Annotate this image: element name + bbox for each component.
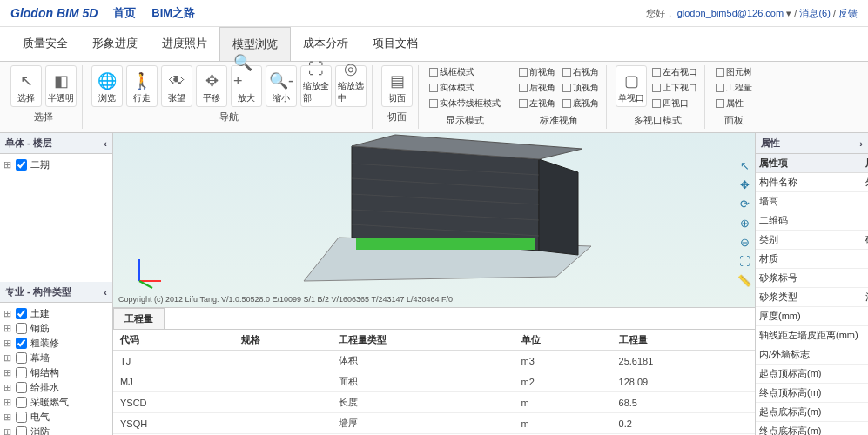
expand-icon[interactable]: ⊞ — [3, 308, 12, 319]
qty-row[interactable]: YSCD长度m68.5 — [113, 392, 755, 413]
expand-icon[interactable]: ⊞ — [3, 159, 12, 171]
tree-checkbox[interactable] — [16, 159, 27, 171]
tree-checkbox[interactable] — [16, 397, 27, 408]
expand-icon[interactable]: ⊞ — [3, 382, 12, 393]
building-model — [269, 133, 600, 298]
collapse-icon[interactable]: › — [859, 138, 863, 149]
section-btn[interactable]: ▤切面 — [381, 65, 413, 107]
tab-5[interactable]: 项目文档 — [360, 27, 430, 61]
vp-pan-icon[interactable]: ✥ — [737, 178, 751, 192]
feedback-link[interactable]: 反馈 — [838, 8, 858, 18]
panel-btn-1[interactable]: 工程量 — [714, 81, 754, 95]
ribbon-group-section: ▤切面 切面 — [376, 65, 419, 129]
tree-item[interactable]: ⊞钢结构 — [3, 365, 109, 380]
nav-btn-7[interactable]: ◎缩放选中 — [335, 65, 367, 107]
vp-select-icon[interactable]: ↖ — [737, 159, 751, 173]
tab-2[interactable]: 进度照片 — [150, 27, 219, 61]
nav-btn-2[interactable]: 👁张望 — [161, 65, 192, 107]
vp-orbit-icon[interactable]: ⟳ — [737, 197, 751, 211]
tree-item[interactable]: ⊞二期 — [3, 157, 109, 172]
tab-4[interactable]: 成本分析 — [291, 27, 360, 61]
ribbon: ↖选择 ◧半透明 选择 🌐浏览🚶行走👁张望✥平移🔍+放大🔍-缩小⛶缩放全部◎缩放… — [0, 62, 868, 133]
tree-item[interactable]: ⊞土建 — [3, 306, 109, 321]
vp-fit-icon[interactable]: ⛶ — [737, 255, 751, 269]
nav-bim-road[interactable]: BIM之路 — [151, 5, 195, 21]
view-btn-a2[interactable]: 左视角 — [517, 97, 557, 110]
mini-icon — [652, 84, 661, 92]
multi-btn-0[interactable]: 左右视口 — [650, 65, 699, 79]
qty-row[interactable]: YSQH墙厚m0.2 — [113, 413, 755, 434]
tree-item[interactable]: ⊞粗装修 — [3, 336, 109, 351]
qty-row[interactable]: MJ面积m2128.09 — [113, 371, 755, 392]
group-label-multi: 多视口模式 — [634, 114, 682, 127]
quantity-table: 代码规格工程量类型单位工程量 TJ体积m325.6181MJ面积m2128.09… — [113, 330, 755, 435]
collapse-icon[interactable]: ‹ — [104, 138, 107, 149]
tree-checkbox[interactable] — [16, 338, 27, 349]
expand-icon[interactable]: ⊞ — [3, 338, 12, 349]
nav-btn-1[interactable]: 🚶行走 — [126, 65, 158, 107]
tree-checkbox[interactable] — [16, 412, 27, 423]
vp-zoomout-icon[interactable]: ⊖ — [737, 236, 751, 250]
nav-btn-5[interactable]: 🔍-缩小 — [266, 65, 297, 107]
tree-item[interactable]: ⊞钢筋 — [3, 321, 109, 336]
mini-icon — [429, 84, 438, 92]
tree-checkbox[interactable] — [16, 367, 27, 378]
tree-item[interactable]: ⊞采暖燃气 — [3, 395, 109, 410]
nav-btn-6[interactable]: ⛶缩放全部 — [300, 65, 332, 107]
expand-icon[interactable]: ⊞ — [3, 397, 12, 408]
view-btn-b0[interactable]: 右视角 — [561, 65, 601, 79]
tree-item[interactable]: ⊞消防 — [3, 425, 109, 435]
view-btn-a1[interactable]: 后视角 — [517, 81, 557, 95]
tree-checkbox[interactable] — [16, 308, 27, 319]
tree-checkbox[interactable] — [16, 426, 27, 435]
panel-btn-0[interactable]: 图元树 — [714, 65, 754, 79]
tree-item[interactable]: ⊞电气 — [3, 410, 109, 425]
view-btn-b2[interactable]: 底视角 — [561, 97, 601, 110]
view-btn-b1[interactable]: 顶视角 — [561, 81, 601, 95]
nav-btn-4[interactable]: 🔍+放大 — [231, 65, 262, 107]
mini-icon — [519, 68, 528, 77]
tree-checkbox[interactable] — [16, 323, 27, 334]
display-btn-0[interactable]: 线框模式 — [427, 65, 502, 79]
view-btn-a0[interactable]: 前视角 — [517, 65, 557, 79]
vp-zoomin-icon[interactable]: ⊕ — [737, 217, 751, 231]
tab-0[interactable]: 质量安全 — [10, 27, 80, 61]
messages-link[interactable]: 消息(6) — [799, 8, 830, 18]
nav-home[interactable]: 首页 — [113, 5, 136, 21]
mini-icon — [562, 68, 571, 77]
expand-icon[interactable]: ⊞ — [3, 367, 12, 378]
expand-icon[interactable]: ⊞ — [3, 352, 12, 364]
nav-btn-3[interactable]: ✥平移 — [196, 65, 227, 107]
tree-item[interactable]: ⊞幕墙 — [3, 351, 109, 365]
expand-icon[interactable]: ⊞ — [3, 323, 12, 334]
nav-btn-0[interactable]: 🌐浏览 — [91, 65, 123, 107]
select-btn[interactable]: ↖选择 — [10, 65, 42, 107]
user-link[interactable]: glodon_bim5d@126.com — [677, 8, 784, 18]
group-label-view: 标准视角 — [540, 114, 578, 127]
qty-row[interactable]: TJ体积m325.6181 — [113, 351, 755, 371]
ribbon-group-panel: 图元树工程量属性 面板 — [709, 65, 759, 129]
single-viewport-btn[interactable]: ▢单视口 — [616, 65, 647, 107]
mini-icon — [519, 99, 528, 108]
chevron-down-icon[interactable]: ▾ — [786, 8, 794, 18]
collapse-icon[interactable]: ‹ — [104, 287, 107, 298]
qty-tab[interactable]: 工程量 — [113, 308, 165, 329]
translucent-btn[interactable]: ◧半透明 — [45, 65, 77, 107]
display-btn-1[interactable]: 实体模式 — [427, 81, 502, 95]
multi-btn-1[interactable]: 上下视口 — [650, 81, 699, 95]
ribbon-group-select: ↖选择 ◧半透明 选择 — [5, 65, 83, 129]
display-btn-2[interactable]: 实体带线框模式 — [427, 97, 502, 110]
floor-panel-title: 单体 - 楼层‹ — [0, 133, 112, 154]
tree-checkbox[interactable] — [16, 382, 27, 393]
multi-btn-2[interactable]: 四视口 — [650, 97, 699, 110]
expand-icon[interactable]: ⊞ — [3, 412, 12, 423]
expand-icon[interactable]: ⊞ — [3, 426, 12, 435]
tree-label: 土建 — [30, 307, 50, 320]
tree-item[interactable]: ⊞给排水 — [3, 380, 109, 395]
prop-row: 起点底标高(m)-0.1 — [756, 403, 868, 422]
tree-checkbox[interactable] — [16, 352, 27, 364]
tab-1[interactable]: 形象进度 — [80, 27, 150, 61]
3d-viewport[interactable]: ↖ ✥ ⟳ ⊕ ⊖ ⛶ 📏 Copyright (c) 2012 Lifu Ta… — [113, 133, 755, 307]
vp-measure-icon[interactable]: 📏 — [737, 274, 751, 288]
panel-btn-2[interactable]: 属性 — [714, 97, 754, 110]
